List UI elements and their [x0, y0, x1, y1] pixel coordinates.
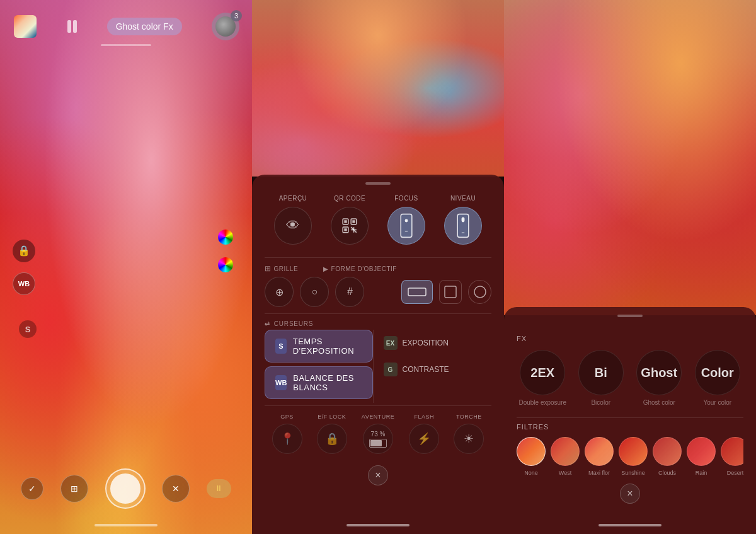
- lock-icon[interactable]: 🔒: [13, 240, 35, 262]
- divider-1: [265, 257, 491, 258]
- niveau-item[interactable]: NIVEAU: [435, 195, 491, 245]
- battery-percent: 73 %: [371, 431, 386, 438]
- cursor-key-g: G: [384, 363, 398, 376]
- crosshair-button[interactable]: ✕: [162, 475, 190, 502]
- fx-2ex-sublabel: Double exposure: [518, 399, 566, 406]
- svg-rect-11: [405, 231, 408, 232]
- qrcode-icon: [331, 207, 369, 245]
- right-panel: FX 2EX Double exposure Bi Bicolor Gho: [504, 0, 756, 534]
- drag-handle-right: [617, 315, 643, 317]
- svg-rect-3: [344, 220, 346, 223]
- rainbow-ball-2[interactable]: [218, 257, 233, 272]
- torche-icon: ☀: [454, 424, 484, 454]
- battery-fill: [370, 440, 382, 446]
- torche-label: TORCHE: [456, 414, 482, 420]
- apercu-label: APERÇU: [279, 195, 307, 202]
- aventure-item[interactable]: AVENTURE 73 %: [362, 414, 394, 454]
- filtre-maxi[interactable]: Maxi flor: [585, 437, 614, 476]
- cursor-key-ex: EX: [384, 336, 398, 350]
- ghost-fx-badge[interactable]: Ghost color Fx: [107, 18, 182, 35]
- focus-item[interactable]: FOCUS: [378, 195, 435, 245]
- filtre-clouds[interactable]: Clouds: [653, 437, 682, 476]
- svg-rect-13: [462, 217, 465, 222]
- qrcode-item[interactable]: QR CODE: [321, 195, 378, 245]
- close-button-center[interactable]: ×: [368, 465, 388, 485]
- cursor-key-s: S: [275, 339, 287, 354]
- filtre-none-circle: [517, 437, 546, 466]
- progress-bar-top: [101, 44, 151, 46]
- torche-item[interactable]: TORCHE ☀: [454, 414, 484, 454]
- cursor-g[interactable]: G CONTRASTE: [384, 356, 492, 383]
- pause-bar-1: [67, 20, 71, 33]
- svg-rect-9: [401, 214, 412, 238]
- center-panel-menu: APERÇU 👁 QR CODE: [252, 175, 504, 534]
- rainbow-ball-1[interactable]: [218, 229, 233, 245]
- filtres-title: FILTRES: [517, 423, 743, 431]
- fx-color-sublabel: Your color: [703, 399, 731, 406]
- shutter-inner: [110, 473, 140, 504]
- lens-circle-btn[interactable]: [468, 280, 491, 304]
- app-icon-inner: [14, 15, 37, 38]
- cursor-key-wb: WB: [275, 375, 287, 390]
- filtre-none[interactable]: None: [517, 437, 546, 476]
- aventure-label: AVENTURE: [362, 414, 394, 420]
- filtre-rain-circle: [687, 437, 716, 466]
- grid-button[interactable]: ⊞: [60, 475, 88, 502]
- cursors-right-col: EX EXPOSITION G CONTRASTE: [373, 330, 492, 403]
- close-button-right[interactable]: ×: [620, 484, 640, 504]
- filtre-desert[interactable]: Desert: [721, 437, 743, 476]
- cursors-left-col: S TEMPS D'EXPOSITION WB BALANCE DES BLAN…: [265, 330, 373, 403]
- cursor-wb[interactable]: WB BALANCE DES BLANCS: [265, 366, 373, 399]
- grille-icon-2[interactable]: ○: [300, 277, 329, 307]
- shutter-button[interactable]: [105, 468, 146, 509]
- cursor-ex[interactable]: EX EXPOSITION: [384, 330, 492, 356]
- svg-rect-14: [462, 232, 465, 233]
- fx-ghost-circle: Ghost: [636, 350, 682, 395]
- fx-bi[interactable]: Bi Bicolor: [575, 350, 627, 406]
- fx-section: FX 2EX Double exposure Bi Bicolor Gho: [504, 327, 756, 415]
- apercu-item[interactable]: APERÇU 👁: [265, 195, 321, 245]
- cursor-s[interactable]: S TEMPS D'EXPOSITION: [265, 330, 373, 363]
- filtre-none-label: None: [524, 470, 538, 476]
- divider-2: [265, 313, 491, 314]
- fx-title: FX: [517, 335, 743, 342]
- focus-icon: [387, 207, 425, 245]
- right-panel-menu: FX 2EX Double exposure Bi Bicolor Gho: [504, 307, 756, 534]
- lens-square-btn[interactable]: [439, 280, 462, 304]
- background-right: [504, 0, 756, 315]
- filtre-maxi-circle: [585, 437, 614, 466]
- svg-point-17: [474, 286, 486, 298]
- filtre-clouds-circle: [653, 437, 682, 466]
- ef-lock-item[interactable]: E/F LOCK 🔒: [317, 414, 347, 454]
- pause-button-bottom[interactable]: II: [207, 479, 231, 498]
- pause-button-top[interactable]: [67, 20, 77, 33]
- forme-section-label: ▶ FORME D'OBJECTIF: [323, 265, 397, 272]
- pause-bar-2: [73, 20, 77, 33]
- app-icon[interactable]: [13, 14, 38, 39]
- flash-icon: ⚡: [409, 424, 439, 454]
- grille-icon-3[interactable]: #: [335, 277, 364, 307]
- fx-color[interactable]: Color Your color: [692, 350, 744, 406]
- flash-item[interactable]: FLASH ⚡: [409, 414, 439, 454]
- cursor-label-s: TEMPS D'EXPOSITION: [293, 337, 362, 356]
- svg-rect-4: [352, 220, 355, 223]
- gps-icon: 📍: [272, 424, 302, 454]
- bottom-bar-left: [94, 524, 158, 526]
- filtre-sunshine[interactable]: Sunshine: [619, 437, 648, 476]
- grille-forme-row: ⊞ GRILLE ▶ FORME D'OBJECTIF: [252, 260, 504, 277]
- check-button[interactable]: ✓: [21, 477, 43, 500]
- filtre-desert-label: Desert: [727, 470, 743, 476]
- filtre-rain[interactable]: Rain: [687, 437, 716, 476]
- fx-2ex[interactable]: 2EX Double exposure: [517, 350, 569, 406]
- lens-wide-btn[interactable]: [401, 280, 433, 304]
- gps-item[interactable]: GPS 📍: [272, 414, 302, 454]
- wb-control[interactable]: WB: [13, 272, 35, 295]
- focus-label: FOCUS: [394, 195, 418, 202]
- s-label[interactable]: S: [19, 320, 37, 338]
- filtre-west[interactable]: West: [551, 437, 580, 476]
- grille-icon-1[interactable]: ⊕: [265, 277, 294, 307]
- filtre-west-label: West: [559, 470, 571, 476]
- svg-rect-15: [408, 288, 426, 296]
- fx-ghost[interactable]: Ghost Ghost color: [633, 350, 685, 406]
- apercu-icon: 👁: [274, 207, 312, 245]
